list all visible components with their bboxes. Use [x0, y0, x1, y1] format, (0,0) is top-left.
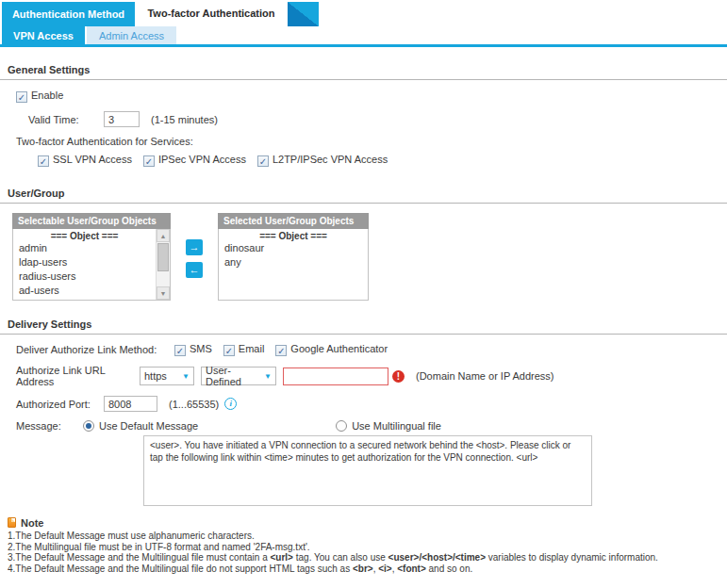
use-default-message-radio[interactable] — [83, 420, 94, 432]
authorize-url-input[interactable] — [283, 368, 388, 385]
note-text: tag. You can also use — [293, 552, 388, 563]
valid-time-label: Valid Time: — [28, 114, 104, 125]
user-group-title: User/Group — [0, 182, 727, 204]
service-checkbox[interactable]: ✓ — [257, 155, 269, 167]
valid-time-row: Valid Time:(1-15 minutes) — [28, 111, 727, 127]
selectable-list-body[interactable]: === Object === admin ldap-users radius-u… — [12, 229, 171, 301]
authorize-url-hint: (Domain Name or IP Address) — [416, 370, 554, 382]
service-checkbox[interactable]: ✓ — [38, 155, 49, 167]
scroll-up-icon[interactable]: ▲ — [157, 229, 170, 242]
list-item[interactable]: dinosaur — [219, 241, 368, 255]
selected-list-header: Selected User/Group Objects — [218, 213, 369, 229]
note-text: variables to display dynamic information… — [486, 552, 658, 563]
enable-checkbox[interactable]: ✓ — [16, 91, 27, 103]
section-delivery-settings: Delivery Settings Deliver Authorize Link… — [0, 313, 727, 506]
list-item[interactable]: any — [219, 255, 368, 270]
enable-row: ✓Enable — [16, 90, 727, 103]
use-multilingual-file-label: Use Multilingual file — [352, 420, 441, 432]
method-checkbox-group: ✓SMS ✓Email ✓Google Authenticator — [174, 343, 388, 356]
selected-list-body[interactable]: === Object === dinosaur any — [218, 229, 369, 301]
move-left-button[interactable]: ← — [186, 262, 203, 278]
note-text: and so on. — [426, 564, 472, 574]
subtab-admin-access[interactable]: Admin Access — [87, 26, 176, 44]
note-text: <br> — [353, 564, 373, 574]
note-text: 1.The Default Message must use alphanume… — [8, 531, 255, 541]
authorized-port-row: Authorized Port: (1...65535) i — [16, 396, 727, 412]
url-type-select[interactable]: User-Defined ▼ — [201, 367, 276, 385]
service-checkbox[interactable]: ✓ — [143, 155, 155, 167]
selectable-list-header: Selectable User/Group Objects — [12, 213, 171, 229]
service-label: SSL VPN Access — [53, 154, 132, 165]
method-label: Email — [239, 343, 265, 354]
list-item[interactable]: ldap-users — [13, 255, 156, 270]
authorized-port-input[interactable] — [104, 396, 157, 412]
section-user-group: User/Group Selectable User/Group Objects… — [0, 182, 727, 301]
delivery-settings-title: Delivery Settings — [0, 313, 727, 335]
list-item[interactable]: ad-users — [13, 284, 156, 298]
enable-label: Enable — [31, 90, 63, 101]
method-checkbox[interactable]: ✓ — [275, 345, 287, 356]
services-checkbox-group: ✓SSL VPN Access ✓IPSec VPN Access ✓L2TP/… — [38, 154, 727, 167]
note-line-4: 4.The Default Message and the Multilingu… — [8, 564, 727, 575]
url-type-value: User-Defined — [206, 365, 259, 387]
scrollbar-thumb[interactable] — [157, 243, 169, 271]
move-buttons: → ← — [171, 239, 218, 278]
list-item[interactable]: admin — [13, 241, 156, 255]
services-label: Two-factor Authentication for Services: — [16, 136, 727, 147]
note-text: <user>/<host>/<time> — [388, 552, 486, 563]
method-label: Google Authenticator — [290, 343, 388, 354]
use-default-message-label: Use Default Message — [99, 420, 198, 432]
method-label: SMS — [190, 343, 212, 354]
general-settings-title: General Settings — [0, 58, 727, 80]
authorize-url-label: Authorize Link URL Address — [16, 365, 140, 387]
message-textarea[interactable]: <user>. You have initiated a VPN connect… — [143, 435, 592, 506]
service-checkbox-item: ✓IPSec VPN Access — [143, 154, 246, 167]
service-checkbox-item: ✓SSL VPN Access — [38, 154, 132, 167]
info-icon[interactable]: i — [224, 398, 237, 410]
protocol-select[interactable]: https ▼ — [140, 367, 194, 385]
object-separator: === Object === — [13, 229, 156, 241]
tab-authentication-method[interactable]: Authentication Method — [2, 2, 135, 26]
authorize-url-row: Authorize Link URL Address https ▼ User-… — [16, 365, 727, 387]
note-line-2: 2.The Multilingual file must be in UTF-8… — [8, 542, 727, 553]
selectable-listbox: Selectable User/Group Objects === Object… — [12, 213, 171, 301]
selected-items: dinosaur any — [219, 241, 368, 270]
subtab-vpn-access[interactable]: VPN Access — [2, 26, 85, 44]
scroll-down-icon[interactable]: ▼ — [157, 286, 170, 300]
note-icon — [8, 517, 16, 528]
tab-two-factor-authentication[interactable]: Two-factor Authentication — [135, 0, 288, 26]
method-checkbox[interactable]: ✓ — [174, 345, 186, 356]
vertical-scrollbar[interactable]: ▲ ▼ — [156, 229, 170, 300]
error-icon: ! — [392, 370, 405, 383]
valid-time-input[interactable] — [104, 111, 140, 127]
method-checkbox[interactable]: ✓ — [223, 345, 235, 356]
selected-listbox: Selected User/Group Objects === Object =… — [218, 213, 369, 301]
note-text: 4.The Default Message and the Multilingu… — [8, 564, 353, 574]
note-text: 2.The Multilingual file must be in UTF-8… — [8, 542, 310, 552]
tab-corner-decoration — [288, 2, 319, 26]
method-checkbox-item: ✓SMS — [174, 343, 212, 356]
deliver-method-row: Deliver Authorize Link Method: ✓SMS ✓Ema… — [16, 343, 727, 356]
radio-multilingual-item: Use Multilingual file — [336, 420, 441, 432]
chevron-down-icon: ▼ — [264, 372, 272, 381]
message-row: Message: Use Default Message Use Multili… — [16, 420, 727, 432]
note-lines: 1.The Default Message must use alphanume… — [8, 531, 727, 574]
note-text: 3.The Default Message and the Multilingu… — [8, 552, 271, 563]
list-item[interactable]: billing-users — [13, 298, 156, 301]
object-separator: === Object === — [219, 229, 368, 241]
note-text: <url> — [271, 552, 293, 563]
protocol-value: https — [144, 370, 167, 382]
main-tabbar: Authentication Method Two-factor Authent… — [0, 0, 727, 26]
service-label: L2TP/IPSec VPN Access — [273, 154, 388, 165]
use-multilingual-file-radio[interactable] — [336, 420, 347, 432]
method-checkbox-item: ✓Google Authenticator — [275, 343, 388, 356]
move-right-button[interactable]: → — [186, 239, 203, 255]
note-header: Note — [8, 517, 727, 529]
note-line-3: 3.The Default Message and the Multilingu… — [8, 552, 727, 564]
deliver-method-label: Deliver Authorize Link Method: — [16, 344, 174, 355]
note-section: Note 1.The Default Message must use alph… — [8, 517, 727, 574]
service-checkbox-item: ✓L2TP/IPSec VPN Access — [257, 154, 388, 167]
list-item[interactable]: radius-users — [13, 270, 156, 284]
note-text: <font> — [397, 564, 426, 574]
dual-list: Selectable User/Group Objects === Object… — [12, 213, 727, 301]
